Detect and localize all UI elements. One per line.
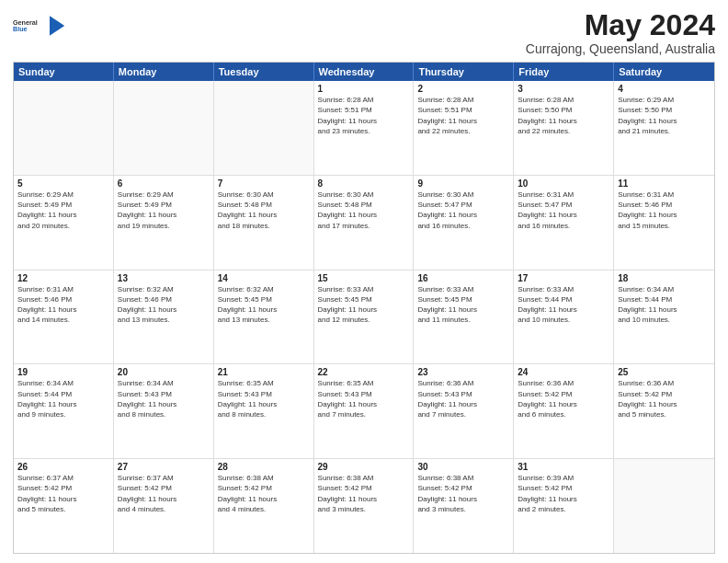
- day-number: 23: [417, 367, 509, 377]
- calendar-day-cell: 17Sunrise: 6:33 AM Sunset: 5:44 PM Dayli…: [514, 270, 614, 364]
- day-content: Sunrise: 6:28 AM Sunset: 5:51 PM Dayligh…: [417, 95, 509, 136]
- calendar-day-cell: 23Sunrise: 6:36 AM Sunset: 5:43 PM Dayli…: [414, 364, 514, 458]
- day-number: 17: [518, 273, 609, 283]
- day-number: 8: [318, 178, 410, 189]
- day-number: 12: [17, 273, 109, 283]
- title-block: May 2024 Currajong, Queensland, Australi…: [526, 9, 715, 56]
- day-content: Sunrise: 6:36 AM Sunset: 5:42 PM Dayligh…: [518, 378, 609, 419]
- day-number: 14: [218, 273, 310, 283]
- day-number: 18: [618, 273, 711, 283]
- calendar-day-cell: 28Sunrise: 6:38 AM Sunset: 5:42 PM Dayli…: [214, 459, 314, 553]
- calendar-day-cell: 13Sunrise: 6:32 AM Sunset: 5:46 PM Dayli…: [114, 270, 214, 364]
- day-content: Sunrise: 6:32 AM Sunset: 5:45 PM Dayligh…: [218, 284, 310, 326]
- day-number: 5: [17, 178, 109, 189]
- calendar-header-cell: Thursday: [414, 63, 514, 81]
- day-content: Sunrise: 6:29 AM Sunset: 5:49 PM Dayligh…: [17, 190, 109, 231]
- day-content: Sunrise: 6:35 AM Sunset: 5:43 PM Dayligh…: [318, 378, 410, 419]
- day-content: Sunrise: 6:38 AM Sunset: 5:42 PM Dayligh…: [417, 473, 509, 514]
- day-content: Sunrise: 6:33 AM Sunset: 5:45 PM Dayligh…: [318, 284, 410, 326]
- day-content: Sunrise: 6:31 AM Sunset: 5:46 PM Dayligh…: [618, 190, 711, 231]
- calendar-day-cell: 15Sunrise: 6:33 AM Sunset: 5:45 PM Dayli…: [314, 270, 415, 364]
- calendar-day-cell: 19Sunrise: 6:34 AM Sunset: 5:44 PM Dayli…: [14, 364, 114, 458]
- calendar-day-cell: [114, 81, 214, 175]
- calendar-day-cell: 4Sunrise: 6:29 AM Sunset: 5:50 PM Daylig…: [614, 81, 714, 175]
- day-content: Sunrise: 6:30 AM Sunset: 5:47 PM Dayligh…: [417, 190, 509, 231]
- calendar-week-row: 19Sunrise: 6:34 AM Sunset: 5:44 PM Dayli…: [14, 364, 714, 459]
- calendar-body: 1Sunrise: 6:28 AM Sunset: 5:51 PM Daylig…: [14, 81, 714, 553]
- day-number: 11: [618, 178, 711, 189]
- calendar-day-cell: 31Sunrise: 6:39 AM Sunset: 5:42 PM Dayli…: [514, 459, 614, 553]
- day-number: 19: [17, 367, 109, 377]
- calendar-day-cell: 14Sunrise: 6:32 AM Sunset: 5:45 PM Dayli…: [214, 270, 314, 364]
- day-content: Sunrise: 6:36 AM Sunset: 5:42 PM Dayligh…: [618, 378, 711, 419]
- calendar-day-cell: 12Sunrise: 6:31 AM Sunset: 5:46 PM Dayli…: [14, 270, 114, 364]
- day-number: 2: [417, 84, 509, 94]
- calendar-day-cell: 26Sunrise: 6:37 AM Sunset: 5:42 PM Dayli…: [14, 459, 114, 553]
- calendar-day-cell: 24Sunrise: 6:36 AM Sunset: 5:42 PM Dayli…: [514, 364, 614, 458]
- calendar-day-cell: 3Sunrise: 6:28 AM Sunset: 5:50 PM Daylig…: [514, 81, 614, 175]
- svg-text:Blue: Blue: [13, 25, 28, 33]
- day-number: 15: [318, 273, 410, 283]
- calendar-header-cell: Sunday: [14, 63, 114, 81]
- calendar-week-row: 26Sunrise: 6:37 AM Sunset: 5:42 PM Dayli…: [14, 459, 714, 553]
- day-number: 25: [618, 367, 711, 377]
- calendar-day-cell: [214, 81, 314, 175]
- calendar-day-cell: [614, 459, 714, 553]
- calendar-week-row: 12Sunrise: 6:31 AM Sunset: 5:46 PM Dayli…: [14, 270, 714, 365]
- day-number: 13: [118, 273, 210, 283]
- day-content: Sunrise: 6:38 AM Sunset: 5:42 PM Dayligh…: [218, 473, 310, 514]
- day-number: 3: [518, 84, 609, 94]
- day-content: Sunrise: 6:34 AM Sunset: 5:44 PM Dayligh…: [17, 378, 109, 419]
- calendar-header-cell: Friday: [514, 63, 614, 81]
- calendar-header-cell: Monday: [114, 63, 214, 81]
- day-number: 1: [318, 84, 410, 94]
- day-content: Sunrise: 6:34 AM Sunset: 5:43 PM Dayligh…: [118, 378, 210, 419]
- day-content: Sunrise: 6:30 AM Sunset: 5:48 PM Dayligh…: [218, 190, 310, 231]
- calendar-day-cell: 6Sunrise: 6:29 AM Sunset: 5:49 PM Daylig…: [114, 176, 214, 270]
- calendar-day-cell: 29Sunrise: 6:38 AM Sunset: 5:42 PM Dayli…: [314, 459, 415, 553]
- day-content: Sunrise: 6:29 AM Sunset: 5:50 PM Dayligh…: [618, 95, 711, 136]
- day-content: Sunrise: 6:36 AM Sunset: 5:43 PM Dayligh…: [417, 378, 509, 419]
- calendar-day-cell: 1Sunrise: 6:28 AM Sunset: 5:51 PM Daylig…: [314, 81, 415, 175]
- calendar: SundayMondayTuesdayWednesdayThursdayFrid…: [13, 62, 715, 554]
- day-number: 7: [218, 178, 310, 189]
- day-content: Sunrise: 6:37 AM Sunset: 5:42 PM Dayligh…: [118, 473, 210, 514]
- day-number: 28: [218, 462, 310, 472]
- day-content: Sunrise: 6:31 AM Sunset: 5:47 PM Dayligh…: [518, 190, 609, 231]
- calendar-day-cell: 25Sunrise: 6:36 AM Sunset: 5:42 PM Dayli…: [614, 364, 714, 458]
- day-content: Sunrise: 6:32 AM Sunset: 5:46 PM Dayligh…: [118, 284, 210, 326]
- calendar-week-row: 5Sunrise: 6:29 AM Sunset: 5:49 PM Daylig…: [14, 176, 714, 270]
- day-content: Sunrise: 6:30 AM Sunset: 5:48 PM Dayligh…: [318, 190, 410, 231]
- day-content: Sunrise: 6:28 AM Sunset: 5:50 PM Dayligh…: [518, 95, 609, 136]
- day-content: Sunrise: 6:31 AM Sunset: 5:46 PM Dayligh…: [17, 284, 109, 326]
- day-content: Sunrise: 6:33 AM Sunset: 5:44 PM Dayligh…: [518, 284, 609, 326]
- page: General Blue May 2024 Currajong, Queensl…: [0, 0, 728, 563]
- day-number: 31: [518, 462, 609, 472]
- title-location: Currajong, Queensland, Australia: [526, 41, 715, 56]
- day-number: 4: [618, 84, 711, 94]
- calendar-day-cell: 11Sunrise: 6:31 AM Sunset: 5:46 PM Dayli…: [614, 176, 714, 270]
- calendar-day-cell: 16Sunrise: 6:33 AM Sunset: 5:45 PM Dayli…: [414, 270, 514, 364]
- calendar-header-cell: Tuesday: [214, 63, 314, 81]
- day-number: 16: [417, 273, 509, 283]
- calendar-day-cell: [14, 81, 114, 175]
- header: General Blue May 2024 Currajong, Queensl…: [13, 9, 715, 56]
- day-number: 6: [118, 178, 210, 189]
- calendar-week-row: 1Sunrise: 6:28 AM Sunset: 5:51 PM Daylig…: [14, 81, 714, 176]
- day-number: 10: [518, 178, 609, 189]
- calendar-day-cell: 27Sunrise: 6:37 AM Sunset: 5:42 PM Dayli…: [114, 459, 214, 553]
- title-month: May 2024: [526, 9, 715, 41]
- day-number: 27: [118, 462, 210, 472]
- day-number: 20: [118, 367, 210, 377]
- day-content: Sunrise: 6:39 AM Sunset: 5:42 PM Dayligh…: [518, 473, 609, 514]
- day-content: Sunrise: 6:33 AM Sunset: 5:45 PM Dayligh…: [417, 284, 509, 326]
- logo-svg: General Blue: [13, 9, 46, 42]
- day-number: 22: [318, 367, 410, 377]
- calendar-day-cell: 18Sunrise: 6:34 AM Sunset: 5:44 PM Dayli…: [614, 270, 714, 364]
- calendar-header-row: SundayMondayTuesdayWednesdayThursdayFrid…: [14, 63, 714, 81]
- calendar-day-cell: 21Sunrise: 6:35 AM Sunset: 5:43 PM Dayli…: [214, 364, 314, 458]
- day-number: 26: [17, 462, 109, 472]
- calendar-header-cell: Wednesday: [314, 63, 415, 81]
- calendar-day-cell: 7Sunrise: 6:30 AM Sunset: 5:48 PM Daylig…: [214, 176, 314, 270]
- calendar-day-cell: 8Sunrise: 6:30 AM Sunset: 5:48 PM Daylig…: [314, 176, 415, 270]
